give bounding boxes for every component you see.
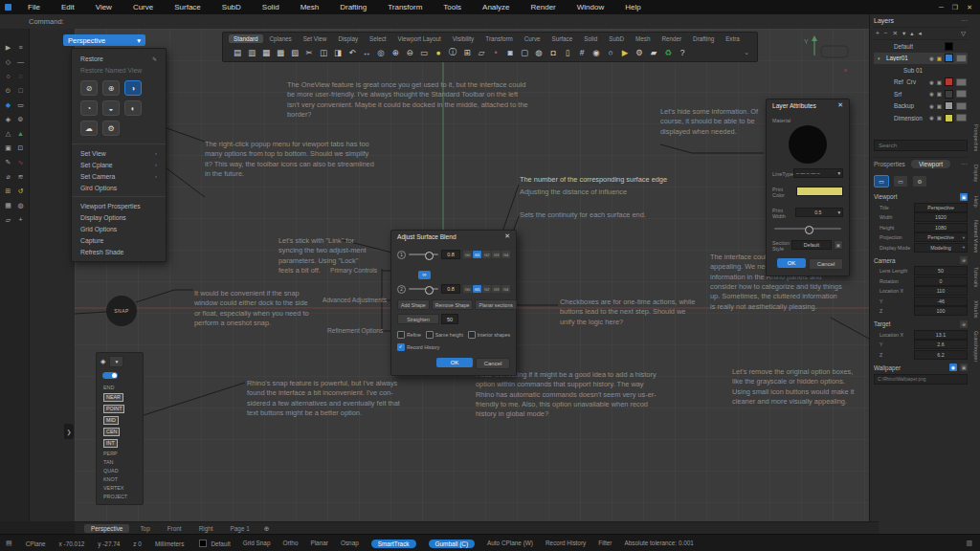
snap-mode-item[interactable]: VERTEX xyxy=(97,483,143,492)
object-info-icon[interactable]: ⓘ xyxy=(446,46,459,59)
props-settings-icon[interactable]: ⚙ xyxy=(912,175,927,187)
rendered-mode-icon[interactable]: ◑ xyxy=(124,80,142,96)
toolbar-tab[interactable]: Cplanes xyxy=(265,34,297,43)
layer-row[interactable]: Backup ◉ ▣ xyxy=(874,100,968,113)
target-pick-icon[interactable]: ⊕ xyxy=(960,320,968,328)
layer-visibility-icon[interactable]: ◉ xyxy=(929,103,934,109)
open-file-icon[interactable]: ▥ xyxy=(245,46,258,59)
checkbox-box[interactable] xyxy=(397,343,405,351)
add-viewport-icon[interactable]: ⊕ xyxy=(264,525,270,533)
toolbar-tab[interactable]: Set View xyxy=(299,34,332,43)
sidebar-vertical-tab[interactable]: Display xyxy=(973,165,979,182)
toolbar-overflow-icon[interactable]: ⌄ xyxy=(744,49,749,56)
continuity-button[interactable]: G1 xyxy=(473,251,481,258)
layer-color-swatch[interactable] xyxy=(945,77,953,86)
dialog-checkbox[interactable]: Same height xyxy=(426,331,463,339)
toolbar-tab[interactable]: Extra xyxy=(721,34,745,43)
menu-item[interactable]: Analyze xyxy=(472,3,520,11)
toolbar-tab[interactable]: Viewport Layout xyxy=(393,34,446,43)
toolbar-tab[interactable]: SubD xyxy=(604,34,629,43)
menu-item[interactable]: Refresh Shade xyxy=(72,246,166,257)
sync-icon[interactable]: ♻ xyxy=(661,46,675,59)
status-field[interactable]: y -27.74 xyxy=(98,540,120,547)
section-style-detail-button[interactable]: ▣ xyxy=(834,240,843,250)
shaded-mode-icon[interactable]: ⊕ xyxy=(102,80,120,96)
dialog-button[interactable]: Planar sections xyxy=(475,299,516,310)
continuity-button[interactable]: G3 xyxy=(492,251,501,258)
toolbar-tab[interactable]: Standard xyxy=(229,34,263,43)
tool-icon[interactable]: — xyxy=(14,55,27,69)
snap-mode-item[interactable]: MID xyxy=(97,414,143,426)
menu-item[interactable]: Window xyxy=(567,3,614,11)
snap-mode-item[interactable]: INT xyxy=(97,437,143,449)
layer-color-swatch[interactable] xyxy=(945,90,953,99)
material-preview[interactable] xyxy=(789,125,827,164)
layer-row[interactable]: Srf ◉ ▣ xyxy=(874,88,968,100)
tool-icon[interactable]: + xyxy=(14,212,27,227)
zoom-window-icon[interactable]: ▭ xyxy=(417,46,431,59)
property-value[interactable]: 1080 xyxy=(914,223,968,232)
continuity-button[interactable]: G2 xyxy=(482,285,491,293)
tool-icon[interactable]: ▭ xyxy=(14,98,27,112)
save-file-icon[interactable]: ▦ xyxy=(259,46,273,59)
maximize-icon[interactable]: ❐ xyxy=(952,4,958,11)
dialog-checkbox[interactable]: Interior shapes xyxy=(468,331,510,339)
toolbar-tab[interactable]: Surface xyxy=(547,34,578,43)
viewport-tab[interactable]: Front xyxy=(161,524,189,533)
checkbox-box[interactable] xyxy=(468,331,476,339)
tool-icon[interactable]: ◆ xyxy=(2,98,14,112)
panel-toggle-icon[interactable]: ▥ xyxy=(966,540,972,547)
status-toggle[interactable]: Filter xyxy=(598,540,612,548)
tool-icon[interactable]: ↺ xyxy=(14,184,27,198)
link-toggle-icon[interactable]: ∞ xyxy=(418,271,431,279)
cancel-button[interactable]: Cancel xyxy=(809,258,843,270)
settings-icon[interactable]: ⚙ xyxy=(633,46,646,59)
toolbar-tab[interactable]: Render xyxy=(657,34,686,43)
status-toggle[interactable]: Planar xyxy=(310,540,327,548)
collapse-icon[interactable]: ◂ xyxy=(919,30,922,37)
continuity-button[interactable]: G0 xyxy=(463,285,472,293)
layer-material-swatch[interactable] xyxy=(956,90,967,98)
menu-item[interactable]: Capture xyxy=(72,234,166,246)
camera-icon[interactable]: ◙ xyxy=(503,46,517,59)
copy-icon[interactable]: ◫ xyxy=(317,46,330,59)
property-value[interactable]: -46 xyxy=(914,297,968,306)
sidebar-vertical-tab[interactable]: Prosperties xyxy=(973,124,979,151)
viewport-tab[interactable]: Right xyxy=(192,524,220,533)
sidebar-vertical-tab[interactable]: Tutorials xyxy=(973,267,979,287)
continuity-button[interactable]: G4 xyxy=(501,251,510,258)
blend-slider-2[interactable] xyxy=(409,288,438,290)
layer-row[interactable]: ▾ Layer01 ◉ ▣ xyxy=(874,53,968,65)
menu-item-restore-named-view[interactable]: Restore Named View xyxy=(72,64,166,76)
record-history-checkbox[interactable]: Record History xyxy=(397,343,439,351)
tool-icon[interactable]: ▶ xyxy=(2,40,14,55)
layer-visibility-icon[interactable]: ◉ xyxy=(929,79,934,85)
layer-search-input[interactable]: Search xyxy=(874,140,968,151)
layout-icon[interactable]: ⊞ xyxy=(460,46,474,59)
property-value[interactable]: 1920 xyxy=(914,212,968,222)
menu-item[interactable]: SubD xyxy=(212,3,252,11)
property-value[interactable]: 0 xyxy=(914,276,968,286)
property-value[interactable]: 6.2 xyxy=(914,350,968,360)
menu-item[interactable]: Gird Options › xyxy=(72,182,166,193)
layer-material-swatch[interactable] xyxy=(956,55,967,62)
layer-row[interactable]: Sub 01 xyxy=(874,64,968,77)
layer-lock-icon[interactable]: ▣ xyxy=(937,91,942,97)
technical-mode-icon[interactable]: ◐ xyxy=(124,100,142,116)
help-icon[interactable]: ? xyxy=(676,46,689,59)
layer-lock-icon[interactable]: ▣ xyxy=(937,55,942,61)
viewport-props-icon[interactable]: ▭ xyxy=(874,175,889,187)
menu-item[interactable]: Set Cplane › xyxy=(72,159,166,170)
layer-expander-icon[interactable]: ▾ xyxy=(878,55,883,61)
zoom-extents-icon[interactable]: ◎ xyxy=(374,46,388,59)
tool-icon[interactable]: ▲ xyxy=(14,126,27,141)
tool-icon[interactable]: ◌ xyxy=(14,69,27,83)
sidebar-vertical-tab[interactable]: XNurbs xyxy=(973,300,979,319)
layer-material-swatch[interactable] xyxy=(956,78,967,86)
circle-icon[interactable]: ○ xyxy=(604,46,617,59)
tab-viewport[interactable]: Viewport xyxy=(911,160,950,168)
tool-icon[interactable]: ○ xyxy=(2,69,14,83)
straighten-value[interactable]: 50 xyxy=(441,314,458,324)
continuity-button[interactable]: G1 xyxy=(473,285,481,293)
tab-properties[interactable]: Prosperties xyxy=(874,161,905,167)
